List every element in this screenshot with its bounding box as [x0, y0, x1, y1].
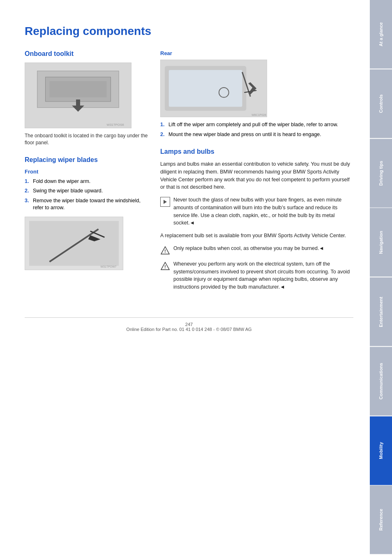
toolkit-caption: The onboard toolkit is located in the ca… [25, 132, 148, 146]
lamps-and-bulbs-section: Lamps and bulbs Lamps and bulbs make an … [160, 148, 353, 291]
warning-icon-2: ! [160, 261, 170, 271]
toolkit-image: W31TPOS6 [25, 62, 131, 128]
svg-rect-14 [169, 70, 242, 106]
sidebar: At a glance Controls Driving tips Naviga… [370, 0, 392, 555]
sidebar-tab-entertainment[interactable]: Entertainment [370, 278, 392, 346]
lamps-bulbs-title: Lamps and bulbs [160, 148, 353, 155]
sidebar-tab-mobility[interactable]: Mobility [370, 416, 392, 485]
wiper-rear-svg: W8C1P028 [161, 60, 267, 117]
svg-text:W31TPOW7: W31TPOW7 [100, 265, 116, 268]
front-step-2: 2. Swing the wiper blade upward. [25, 187, 148, 195]
sidebar-tab-navigation[interactable]: Navigation [370, 208, 392, 277]
front-label: Front [25, 169, 148, 175]
warning-icon-1: ! [160, 245, 170, 255]
sidebar-tab-controls[interactable]: Controls [370, 69, 392, 138]
rear-label: Rear [160, 50, 353, 56]
replacement-note: A replacement bulb set is available from… [160, 232, 353, 240]
content-columns: Onboard toolkit W31TPOS6 The onboard too… [25, 50, 353, 301]
footer: 247 Online Edition for Part no. 01 41 0 … [25, 317, 353, 332]
svg-text:!: ! [164, 264, 166, 269]
svg-marker-20 [164, 200, 167, 204]
sidebar-tab-at-a-glance[interactable]: At a glance [370, 0, 392, 69]
rear-wiper-section: Rear W8C1P028 [160, 50, 353, 138]
svg-text:W31TPOS6: W31TPOS6 [106, 123, 124, 127]
wiper-front-svg: W31TPOW7 [25, 217, 123, 270]
note-text-1: Never touch the glass of new bulbs with … [173, 196, 353, 227]
front-step-3: 3. Remove the wiper blade toward the win… [25, 197, 148, 212]
wiper-blades-title: Replacing wiper blades [25, 156, 148, 164]
page-title: Replacing components [25, 25, 353, 38]
page-number: 247 [185, 322, 193, 327]
wiper-front-image: W31TPOW7 [25, 217, 123, 270]
wiper-rear-image: W8C1P028 [160, 60, 267, 117]
front-step-1: 1. Fold down the wiper arm. [25, 178, 148, 185]
warning-box-2: ! Whenever you perform any work on the e… [160, 260, 353, 291]
rear-step-1: 1. Lift off the wiper arm completely and… [160, 121, 353, 129]
note-box-1: Never touch the glass of new bulbs with … [160, 196, 353, 227]
rear-steps-list: 1. Lift off the wiper arm completely and… [160, 121, 353, 138]
svg-text:W8C1P028: W8C1P028 [251, 113, 266, 116]
sidebar-tab-driving-tips[interactable]: Driving tips [370, 139, 392, 208]
rear-step-2: 2. Mount the new wiper blade and press o… [160, 131, 353, 139]
onboard-toolkit-section: Onboard toolkit W31TPOS6 The onboard too… [25, 50, 148, 146]
sidebar-tab-reference[interactable]: Reference [370, 486, 392, 554]
right-column: Rear W8C1P028 [160, 50, 353, 301]
play-icon [160, 197, 170, 207]
front-steps-list: 1. Fold down the wiper arm. 2. Swing the… [25, 178, 148, 212]
replacing-wiper-blades-section: Replacing wiper blades Front 1. Fold dow… [25, 156, 148, 270]
onboard-toolkit-title: Onboard toolkit [25, 50, 148, 58]
warning-text-1: Only replace bulbs when cool, as otherwi… [173, 245, 324, 255]
lamps-intro: Lamps and bulbs make an essential contri… [160, 160, 353, 191]
warning-box-1: ! Only replace bulbs when cool, as other… [160, 245, 353, 255]
warning-text-2: Whenever you perform any work on the ele… [173, 260, 353, 291]
left-column: Onboard toolkit W31TPOS6 The onboard too… [25, 50, 148, 301]
toolkit-svg: W31TPOS6 [25, 62, 131, 128]
main-content: Replacing components Onboard toolkit W31… [0, 0, 370, 555]
sidebar-tab-communications[interactable]: Communications [370, 347, 392, 416]
svg-text:!: ! [164, 249, 166, 254]
svg-rect-3 [50, 81, 107, 97]
footer-text: Online Edition for Part no. 01 41 0 014 … [126, 327, 251, 332]
svg-rect-7 [29, 221, 119, 266]
